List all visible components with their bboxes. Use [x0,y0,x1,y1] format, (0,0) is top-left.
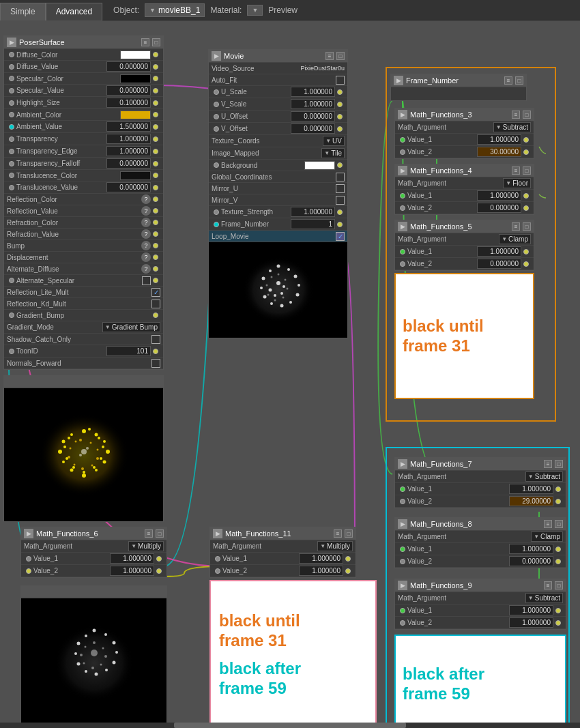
row-transparency-falloff: Transparency_Falloff 0.000000 [4,158,163,170]
svg-point-62 [55,626,134,701]
movie-preview [209,242,347,338]
math-6-row-v2: Value_2 1.000000 [21,565,166,577]
svg-point-31 [69,447,71,449]
poser-surface-btn2[interactable]: □ [152,38,160,46]
movie-header: ▶ Movie ≡ □ [209,50,347,63]
math-7-header: ▶ Math_Functions_7 ≡ □ [395,458,566,471]
svg-point-83 [91,650,98,656]
svg-point-48 [269,270,272,272]
text-panel-top-right: black untilframe 31 [394,273,534,399]
math-11-header: ▶ Math_Functions_11 ≡ □ [210,527,356,540]
svg-point-60 [265,285,267,287]
svg-point-15 [102,446,104,448]
movie-row-uscale: U_Scale 1.000000 [209,86,347,98]
svg-point-65 [112,641,115,645]
row-alternate-diffuse: Alternate_Diffuse ? [4,263,163,275]
movie-row-mirror-v: Mirror_V [209,194,347,206]
row-normals-forward: Normals_Forward [4,358,163,369]
row-ambient-color: Ambient_Color [4,109,163,121]
svg-point-8 [70,468,73,471]
movie-btn1[interactable]: ≡ [325,52,334,60]
svg-point-69 [94,673,98,676]
preview-panel-1 [3,375,164,522]
math-functions-4-panel: ▶ Math_Functions_4 ≡ □ Math_Argument ▼Fl… [394,164,534,215]
svg-point-41 [295,293,299,297]
tab-advanced[interactable]: Advanced [46,3,102,20]
math-9-row-v2: Value_2 1.000000 [395,617,566,629]
math-4-row-argument: Math_Argument ▼Floor [395,177,534,190]
svg-point-13 [88,428,91,431]
text-black-after-1: black afterframe 59 [219,659,367,699]
poser-surface-header: ▶ PoserSurface ≡ □ [4,36,163,49]
svg-point-59 [267,294,269,296]
material-dropdown[interactable]: ▼ [247,5,263,16]
math-8-row-argument: Math_Argument ▼Clamp [395,531,566,543]
frame-number-title: Frame_Number [406,76,502,85]
math-8-row-v1: Value_1 1.000000 [395,543,566,555]
material-label: Material: [210,5,242,15]
math-functions-8-panel: ▶ Math_Functions_8 ≡ □ Math_Argument ▼Cl… [394,517,566,568]
svg-point-67 [112,661,115,665]
svg-point-2 [94,433,98,436]
canvas-area: ▶ PoserSurface ≡ □ Diffuse_Color Diffuse… [0,20,580,728]
row-bump: Bump ? [4,240,163,252]
math-7-title: Math_Functions_7 [410,460,541,468]
movie-row-texture-strength: Texture_Strength 1.000000 [209,206,347,218]
svg-point-45 [263,295,266,299]
svg-point-26 [96,457,99,460]
tab-simple[interactable]: Simple [0,3,46,20]
row-transparency-edge: Transparency_Edge 1.000000 [4,145,163,158]
row-highlight-size: Highlight_Size 0.100000 [4,97,163,109]
preview-header-2 [21,586,166,598]
svg-point-49 [276,281,280,285]
movie-row-video-source: Video_Source PixieDustStar0u [209,63,347,74]
svg-point-80 [83,663,85,665]
poser-surface-panel: ▶ PoserSurface ≡ □ Diffuse_Color Diffuse… [3,35,164,370]
svg-point-39 [293,275,297,278]
row-shadow-catch: Shadow_Catch_Only [4,334,163,345]
movie-title: Movie [224,52,323,60]
svg-point-12 [70,433,73,436]
horizontal-scrollbar[interactable] [0,723,580,728]
object-dropdown[interactable]: ▼ movieBB_1 [145,3,205,17]
movie-row-voffset: V_Offset 0.000000 [209,123,347,135]
movie-row-texture-coords: Texture_Coords ▼UV [209,135,347,147]
svg-point-73 [76,642,80,645]
math-4-header: ▶ Math_Functions_4 ≡ □ [395,164,534,177]
math-9-title: Math_Functions_9 [410,581,541,589]
poser-surface-icon: ▶ [7,38,16,47]
preview-svg-1 [16,394,152,516]
svg-point-30 [68,456,70,458]
scrollbar-thumb[interactable] [174,723,406,728]
math-5-header: ▶ Math_Functions_5 ≡ □ [395,220,534,233]
svg-point-16 [100,457,102,460]
math-11-row-argument: Math_Argument ▼Multiply [210,540,356,553]
math-3-row-v2: Value_2 30.00000 [395,146,534,158]
frame-number-btn1[interactable]: ≡ [504,76,512,85]
math-functions-7-panel: ▶ Math_Functions_7 ≡ □ Math_Argument ▼Su… [394,457,566,508]
math-5-row-v2: Value_2 0.000000 [395,258,534,270]
svg-point-23 [79,439,82,441]
text-black-until-1: black untilframe 31 [403,317,526,356]
preview-header-1 [4,376,163,388]
svg-point-66 [115,651,118,654]
frame-number-btn2[interactable]: □ [515,76,523,85]
poser-surface-btn1[interactable]: ≡ [141,38,149,46]
svg-point-82 [84,646,86,648]
svg-point-57 [282,297,284,299]
row-specular-color: Specular_Color [4,73,163,85]
math-6-title: Math_Functions_6 [36,529,142,538]
svg-point-37 [276,265,280,268]
svg-point-34 [86,447,89,450]
preview-panel-2 [20,585,167,728]
math-functions-11-panel: ▶ Math_Functions_11 ≡ □ Math_Argument ▼M… [209,527,356,578]
svg-point-0 [40,414,128,496]
movie-btn2[interactable]: □ [336,52,345,60]
math-3-header: ▶ Math_Functions_3 ≡ □ [395,108,534,121]
frame-number-header: ▶ Frame_Number ≡ □ [391,74,526,87]
poser-surface-title: PoserSurface [19,38,139,46]
svg-point-72 [74,652,77,655]
svg-point-75 [93,641,96,644]
svg-point-71 [76,663,80,666]
svg-point-79 [91,667,94,669]
